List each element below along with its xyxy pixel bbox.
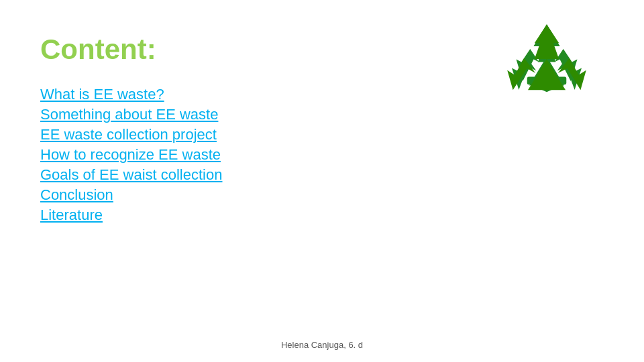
list-item: Conclusion	[40, 186, 604, 204]
link-conclusion[interactable]: Conclusion	[40, 186, 113, 203]
slide-container: Content: What is EE waste? Something abo…	[0, 0, 644, 362]
link-goals[interactable]: Goals of EE waist collection	[40, 166, 222, 183]
svg-marker-6	[528, 59, 566, 90]
link-ee-waste-collection-project[interactable]: EE waste collection project	[40, 126, 217, 143]
link-something-about-ee-waste[interactable]: Something about EE waste	[40, 106, 218, 123]
recycle-symbol	[500, 17, 594, 111]
footer-text: Helena Canjuga, 6. d	[281, 340, 363, 350]
list-item: EE waste collection project	[40, 126, 604, 143]
link-what-is-ee-waste[interactable]: What is EE waste?	[40, 86, 164, 103]
list-item: Literature	[40, 206, 604, 224]
list-item: Goals of EE waist collection	[40, 166, 604, 184]
link-how-to-recognize[interactable]: How to recognize EE waste	[40, 146, 221, 163]
link-literature[interactable]: Literature	[40, 206, 103, 223]
list-item: How to recognize EE waste	[40, 146, 604, 164]
